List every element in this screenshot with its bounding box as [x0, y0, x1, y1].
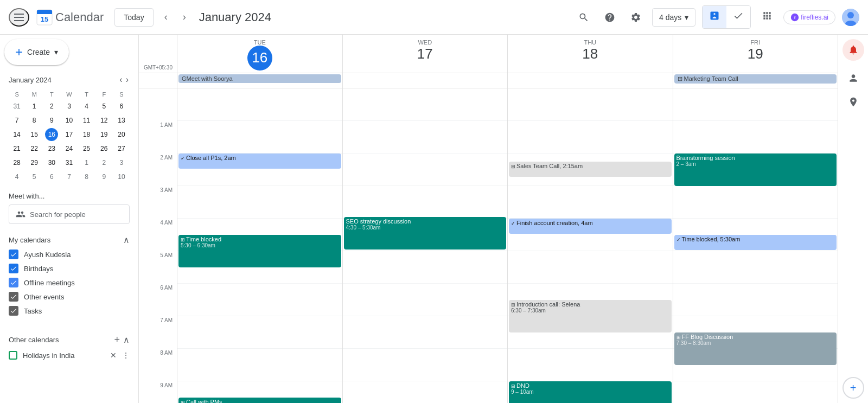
close-p1s-event[interactable]: ✓Close all P1s, 2am	[178, 153, 341, 169]
mini-cal-day[interactable]: 12	[98, 114, 111, 127]
mini-cal-day[interactable]: 25	[80, 142, 93, 155]
mini-calendar: January 2024 ‹ › S M T W T F S 31 1 2 3	[4, 74, 134, 183]
fireflies-badge[interactable]: f fireflies.ai	[783, 10, 835, 24]
mini-cal-day[interactable]: 4	[10, 170, 23, 183]
view-dropdown[interactable]: 4 days ▾	[652, 8, 695, 27]
mini-cal-day[interactable]: 1	[28, 100, 41, 113]
calendar-ayush[interactable]: Ayush Kudesia	[9, 247, 130, 261]
mini-cal-day[interactable]: 24	[62, 142, 75, 155]
mini-cal-day[interactable]: 3	[62, 100, 75, 113]
day-header-wed[interactable]: WED 17	[342, 35, 508, 73]
mini-cal-day[interactable]: 2	[98, 156, 111, 169]
notifications-button[interactable]	[843, 39, 864, 61]
brainstorming-session-event[interactable]: Brainstorming session 2 – 3am	[674, 153, 837, 186]
create-button[interactable]: + Create ▾	[4, 39, 69, 65]
mini-cal-day[interactable]: 15	[28, 128, 41, 141]
gmeet-soorya-event[interactable]: GMeet with Soorya	[178, 74, 341, 83]
intro-call-selena-event[interactable]: ⊞Introduction call: Selena 6:30 – 7:30am	[509, 300, 672, 332]
mini-cal-day[interactable]: 22	[28, 142, 41, 155]
right-add-button[interactable]: +	[843, 377, 864, 399]
calendar-other-events[interactable]: Other events	[9, 290, 130, 304]
ff-blog-discussion-event[interactable]: ⊞FF Blog Discussion 7:30 – 8:30am	[674, 332, 837, 365]
calendar-view-button[interactable]	[703, 6, 726, 28]
mini-cal-day[interactable]: 5	[98, 100, 111, 113]
time-blocked-fri-event[interactable]: ✓Time blocked, 5:30am	[674, 235, 837, 250]
call-with-pms-event[interactable]: ⊞Call with PMs 9:30 – 10:30am	[178, 398, 341, 403]
cal-scroll[interactable]: 1 AM 2 AM 3 AM 4 AM 5 AM 6 AM 7 AM 8 AM …	[139, 88, 838, 403]
mini-cal-day[interactable]: 21	[10, 142, 23, 155]
mini-cal-day[interactable]: 20	[115, 128, 128, 141]
day-columns: ✓Close all P1s, 2am ⊞Time blocked 5:30 –…	[177, 88, 838, 403]
finish-account-event[interactable]: ✓Finish account creation, 4am	[509, 219, 672, 234]
user-avatar[interactable]	[842, 9, 859, 26]
tasks-view-button[interactable]	[726, 6, 750, 28]
marketing-team-call-event[interactable]: ⊞ Marketing Team Call	[674, 74, 837, 84]
mini-cal-next[interactable]: ›	[125, 74, 130, 86]
mini-cal-day[interactable]: 17	[62, 128, 75, 141]
calendar-offline[interactable]: Offline meetings	[9, 276, 130, 290]
mini-cal-day[interactable]: 9	[98, 170, 111, 183]
mini-cal-day[interactable]: 27	[115, 142, 128, 155]
right-maps-button[interactable]	[843, 91, 864, 113]
right-calendar-button[interactable]	[843, 67, 864, 89]
other-calendars-header[interactable]: Other calendars + ∧	[9, 331, 130, 349]
day-col-thu: ⊞Sales Team Call, 2:15am ✓Finish account…	[507, 88, 673, 403]
mini-cal-day[interactable]: 2	[45, 100, 58, 113]
time-blocked-tue-event[interactable]: ⊞Time blocked 5:30 – 6:30am	[178, 235, 341, 267]
mini-cal-day[interactable]: 7	[62, 170, 75, 183]
add-other-cal-button[interactable]: +	[113, 333, 121, 347]
settings-button[interactable]	[626, 8, 646, 27]
apps-button[interactable]	[757, 6, 777, 28]
mini-cal-day[interactable]: 7	[10, 114, 23, 127]
mini-cal-day[interactable]: 19	[98, 128, 111, 141]
hamburger-button[interactable]	[9, 8, 29, 27]
calendar-birthdays[interactable]: Birthdays	[9, 261, 130, 276]
next-button[interactable]: ›	[178, 7, 190, 27]
calendar-tasks[interactable]: Tasks	[9, 304, 130, 318]
search-button[interactable]	[574, 8, 593, 27]
mini-cal-day[interactable]: 23	[45, 142, 58, 155]
holidays-options-button[interactable]: ⋮	[122, 351, 130, 360]
mini-cal-day[interactable]: 5	[28, 170, 41, 183]
mini-cal-today[interactable]: 16	[45, 128, 58, 141]
mini-cal-day[interactable]: 8	[80, 170, 93, 183]
day-header-thu[interactable]: THU 18	[507, 35, 673, 73]
dnd-event[interactable]: ⊞DND 9 – 10am	[509, 381, 672, 403]
svg-rect-2	[37, 12, 52, 14]
mini-cal-day[interactable]: 18	[80, 128, 93, 141]
mini-cal-day[interactable]: 4	[80, 100, 93, 113]
sales-team-call-event[interactable]: ⊞Sales Team Call, 2:15am	[509, 162, 672, 177]
mini-cal-day[interactable]: 28	[10, 156, 23, 169]
holidays-menu-button[interactable]: ✕	[110, 351, 117, 360]
day-header-tue[interactable]: TUE 16	[177, 35, 342, 73]
mini-cal-day[interactable]: 26	[98, 142, 111, 155]
mini-cal-day[interactable]: 6	[115, 100, 128, 113]
month-title: January 2024	[199, 10, 271, 24]
mini-cal-day[interactable]: 8	[28, 114, 41, 127]
mini-cal-day[interactable]: 31	[10, 100, 23, 113]
mini-cal-day[interactable]: 6	[45, 170, 58, 183]
mini-cal-day[interactable]: 13	[115, 114, 128, 127]
mini-cal-day[interactable]: 11	[80, 114, 93, 127]
help-button[interactable]	[600, 8, 620, 27]
mini-cal-day[interactable]: 10	[115, 170, 128, 183]
mini-cal-day[interactable]: 9	[45, 114, 58, 127]
mini-cal-day[interactable]: 3	[115, 156, 128, 169]
search-people[interactable]: Search for people	[9, 204, 130, 224]
mini-cal-prev[interactable]: ‹	[118, 74, 123, 86]
cal-checkbox-ayush	[9, 250, 18, 259]
calendar-holidays[interactable]: Holidays in India ✕ ⋮	[9, 349, 130, 362]
cal-checkbox-holidays	[9, 351, 17, 360]
mini-cal-day[interactable]: 1	[80, 156, 93, 169]
my-calendars-header[interactable]: My calendars ∧	[9, 233, 130, 247]
day-header-fri[interactable]: FRI 19	[673, 35, 838, 73]
mini-cal-day[interactable]: 31	[62, 156, 75, 169]
seo-strategy-event[interactable]: SEO strategy discussion 4:30 – 5:30am	[344, 217, 507, 250]
prev-button[interactable]: ‹	[160, 7, 172, 27]
mini-cal-day[interactable]: 14	[10, 128, 23, 141]
mini-cal-day[interactable]: 30	[45, 156, 58, 169]
mini-cal-day[interactable]: 10	[62, 114, 75, 127]
today-button[interactable]: Today	[114, 8, 153, 27]
people-icon	[16, 209, 25, 219]
mini-cal-day[interactable]: 29	[28, 156, 41, 169]
